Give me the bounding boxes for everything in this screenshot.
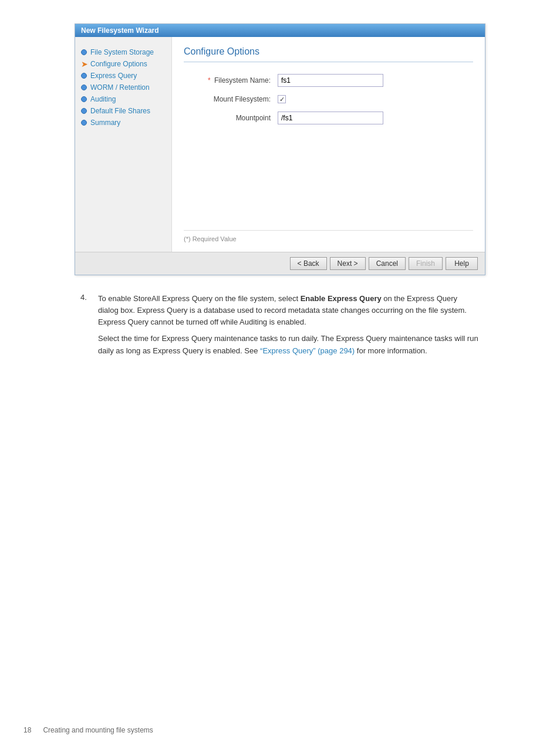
nav-item-worm-retention[interactable]: WORM / Retention xyxy=(75,82,171,93)
wizard-content: Configure Options * Filesystem Name: Mou… xyxy=(172,37,485,252)
help-button[interactable]: Help xyxy=(446,257,478,270)
nav-item-label: WORM / Retention xyxy=(90,83,150,92)
nav-dot-icon xyxy=(81,49,87,55)
form-row-mount-filesystem: Mount Filesystem: ✓ xyxy=(184,95,473,103)
nav-item-label: File System Storage xyxy=(90,48,154,56)
mountpoint-input[interactable] xyxy=(278,112,383,124)
nav-dot-icon xyxy=(81,73,87,79)
express-query-link[interactable]: “Express Query” (page 294) xyxy=(260,346,355,355)
required-star: * xyxy=(208,76,211,85)
nav-dot-icon xyxy=(81,85,87,90)
nav-item-express-query[interactable]: Express Query xyxy=(75,70,171,82)
finish-button[interactable]: Finish xyxy=(409,257,443,270)
nav-item-label: Express Query xyxy=(90,72,137,80)
page-number: 18 xyxy=(23,726,31,734)
nav-item-label: Summary xyxy=(90,119,120,127)
step-number: 4. xyxy=(80,293,98,362)
mountpoint-label: Mountpoint xyxy=(184,114,278,122)
page-footer: 18 Creating and mounting file systems xyxy=(23,726,153,734)
wizard-footer: < Back Next > Cancel Finish Help xyxy=(75,252,485,275)
wizard-title: New Filesystem Wizard xyxy=(81,26,159,35)
nav-arrow-icon: ➤ xyxy=(81,61,87,67)
nav-item-filesystem-storage[interactable]: File System Storage xyxy=(75,46,171,58)
bold-phrase: Enable Express Query xyxy=(301,294,382,303)
filesystem-name-label: * Filesystem Name: xyxy=(184,76,278,85)
wizard-body: File System Storage ➤ Configure Options … xyxy=(75,37,485,252)
content-title: Configure Options xyxy=(184,46,473,62)
paragraph-2: Select the time for Express Query mainte… xyxy=(98,333,480,356)
nav-item-summary[interactable]: Summary xyxy=(75,117,171,129)
wizard-nav: File System Storage ➤ Configure Options … xyxy=(75,37,172,252)
nav-item-label: Auditing xyxy=(90,95,116,103)
cancel-button[interactable]: Cancel xyxy=(369,257,406,270)
paragraph-1: To enable StoreAll Express Query on the … xyxy=(98,293,480,328)
filesystem-name-input[interactable] xyxy=(278,74,383,87)
numbered-item-4: 4. To enable StoreAll Express Query on t… xyxy=(80,293,480,362)
form-row-mountpoint: Mountpoint xyxy=(184,112,473,124)
nav-item-default-file-shares[interactable]: Default File Shares xyxy=(75,105,171,117)
wizard-dialog: New Filesystem Wizard File System Storag… xyxy=(75,23,485,275)
nav-item-label: Configure Options xyxy=(90,60,147,68)
nav-item-configure-options[interactable]: ➤ Configure Options xyxy=(75,58,171,70)
form-row-filesystem-name: * Filesystem Name: xyxy=(184,74,473,87)
nav-item-auditing[interactable]: Auditing xyxy=(75,93,171,105)
nav-dot-icon xyxy=(81,96,87,102)
mount-filesystem-checkbox[interactable]: ✓ xyxy=(278,95,286,103)
body-text-section: 4. To enable StoreAll Express Query on t… xyxy=(75,293,485,362)
section-name: Creating and mounting file systems xyxy=(43,726,153,734)
next-button[interactable]: Next > xyxy=(330,257,366,270)
nav-dot-icon xyxy=(81,108,87,114)
back-button[interactable]: < Back xyxy=(290,257,327,270)
step-text: To enable StoreAll Express Query on the … xyxy=(98,293,480,362)
nav-item-label: Default File Shares xyxy=(90,107,150,115)
nav-dot-icon xyxy=(81,120,87,126)
required-note: (*) Required Value xyxy=(184,230,473,242)
mount-filesystem-label: Mount Filesystem: xyxy=(184,95,278,103)
wizard-titlebar: New Filesystem Wizard xyxy=(75,24,485,37)
